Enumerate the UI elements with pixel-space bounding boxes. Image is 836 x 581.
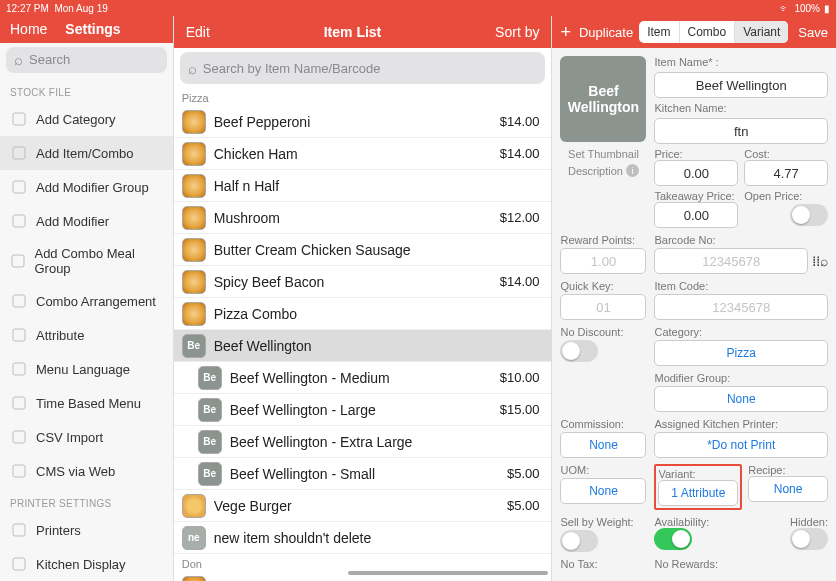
- availability-toggle[interactable]: [654, 528, 692, 550]
- kitchen-name-input[interactable]: ftn: [654, 118, 828, 144]
- search-icon: [188, 60, 197, 77]
- sidebar-item[interactable]: Attribute: [0, 318, 173, 352]
- item-row[interactable]: Pizza Combo: [174, 298, 552, 330]
- item-row[interactable]: BeBeef Wellington - Extra Large: [174, 426, 552, 458]
- item-thumbnail[interactable]: Beef Wellington: [560, 56, 646, 142]
- sellweight-toggle[interactable]: [560, 530, 598, 552]
- sidebar-item[interactable]: Printers: [0, 513, 173, 547]
- reward-input[interactable]: 1.00: [560, 248, 646, 274]
- item-row[interactable]: Mushroom$12.00: [174, 202, 552, 234]
- uom-select[interactable]: None: [560, 478, 646, 504]
- item-thumb: [182, 302, 206, 326]
- sidebar-item[interactable]: Add Modifier: [0, 204, 173, 238]
- kitchen-name-label: Kitchen Name:: [654, 102, 828, 114]
- item-price: $12.00: [500, 210, 540, 225]
- variant-select[interactable]: 1 Attribute: [658, 480, 738, 506]
- edit-button[interactable]: Edit: [186, 24, 210, 40]
- barcode-input[interactable]: 12345678: [654, 248, 808, 274]
- seg-item[interactable]: Item: [639, 21, 679, 43]
- sidebar-item[interactable]: CMS via Web: [0, 454, 173, 488]
- category-select[interactable]: Pizza: [654, 340, 828, 366]
- item-name: Beef Wellington - Large: [230, 402, 492, 418]
- item-type-segment[interactable]: Item Combo Variant: [639, 21, 788, 43]
- sidebar-search[interactable]: Search: [6, 47, 167, 74]
- item-price: $10.00: [500, 370, 540, 385]
- sidebar-item-label: Add Combo Meal Group: [34, 246, 162, 276]
- item-name: Pizza Combo: [214, 306, 532, 322]
- sidebar-item[interactable]: Add Category: [0, 102, 173, 136]
- takeaway-input[interactable]: 0.00: [654, 202, 738, 228]
- sidebar-item[interactable]: Time Based Menu: [0, 386, 173, 420]
- item-row[interactable]: BeBeef Wellington - Large$15.00: [174, 394, 552, 426]
- item-list-title: Item List: [210, 24, 495, 40]
- item-row[interactable]: Vege Burger$5.00: [174, 490, 552, 522]
- sidebar-search-placeholder: Search: [29, 52, 70, 67]
- sidebar-icon: [10, 292, 28, 310]
- item-price: $14.00: [500, 274, 540, 289]
- nodiscount-label: No Discount:: [560, 326, 646, 338]
- sidebar-icon: [10, 212, 28, 230]
- modgroup-label: Modifier Group:: [654, 372, 828, 384]
- item-row[interactable]: Butter Cream Chicken Sausage: [174, 234, 552, 266]
- sidebar-icon: [10, 462, 28, 480]
- printer-select[interactable]: *Do not Print: [654, 432, 828, 458]
- sort-button[interactable]: Sort by: [495, 24, 539, 40]
- home-button[interactable]: Home: [10, 21, 47, 37]
- sidebar-item[interactable]: Add Modifier Group: [0, 170, 173, 204]
- group-pizza: Pizza: [174, 88, 552, 106]
- nodiscount-toggle[interactable]: [560, 340, 598, 362]
- save-button[interactable]: Save: [798, 25, 828, 40]
- item-name: Beef Pepperoni: [214, 114, 492, 130]
- item-name-input[interactable]: Beef Wellington: [654, 72, 828, 98]
- item-row[interactable]: BeBeef Wellington - Medium$10.00: [174, 362, 552, 394]
- item-row[interactable]: Spicy Beef Bacon$14.00: [174, 266, 552, 298]
- price-input[interactable]: 0.00: [654, 160, 738, 186]
- description-button[interactable]: Description i: [560, 164, 646, 177]
- item-row[interactable]: Half n Half: [174, 170, 552, 202]
- plus-icon[interactable]: +: [560, 22, 571, 43]
- hidden-toggle[interactable]: [790, 528, 828, 550]
- recipe-select[interactable]: None: [748, 476, 828, 502]
- sidebar-item[interactable]: Add Combo Meal Group: [0, 238, 173, 284]
- item-row[interactable]: nenew item shouldn't delete: [174, 522, 552, 554]
- item-row[interactable]: BeBeef Wellington - Small$5.00: [174, 458, 552, 490]
- sidebar-icon: [10, 428, 28, 446]
- sidebar-item[interactable]: Add Item/Combo: [0, 136, 173, 170]
- item-name: new item shouldn't delete: [214, 530, 532, 546]
- duplicate-button[interactable]: Duplicate: [579, 25, 633, 40]
- sidebar-item[interactable]: Kitchen Display: [0, 547, 173, 581]
- info-icon: i: [626, 164, 639, 177]
- item-price: $5.00: [507, 498, 540, 513]
- reward-label: Reward Points:: [560, 234, 646, 246]
- item-row[interactable]: BeBeef Wellington: [174, 330, 552, 362]
- commission-select[interactable]: None: [560, 432, 646, 458]
- item-thumb: [182, 142, 206, 166]
- item-row[interactable]: Beef Pepperoni$14.00: [174, 106, 552, 138]
- svg-rect-8: [13, 397, 25, 409]
- item-name: Butter Cream Chicken Sausage: [214, 242, 532, 258]
- item-search[interactable]: Search by Item Name/Barcode: [180, 52, 546, 84]
- svg-rect-1: [13, 147, 25, 159]
- sidebar-item[interactable]: CSV Import: [0, 420, 173, 454]
- cost-input[interactable]: 4.77: [744, 160, 828, 186]
- hidden-label: Hidden:: [744, 516, 828, 528]
- itemcode-input[interactable]: 12345678: [654, 294, 828, 320]
- seg-combo[interactable]: Combo: [680, 21, 736, 43]
- sidebar-item[interactable]: Menu Language: [0, 352, 173, 386]
- sidebar-icon: [10, 252, 26, 270]
- item-thumb: [182, 270, 206, 294]
- item-name: Vege Burger: [214, 498, 499, 514]
- item-price: $14.00: [500, 114, 540, 129]
- seg-variant[interactable]: Variant: [735, 21, 788, 43]
- sidebar-item-label: Time Based Menu: [36, 396, 141, 411]
- svg-rect-12: [13, 558, 25, 570]
- item-row[interactable]: Chicken Ham$14.00: [174, 138, 552, 170]
- section-printer-settings: PRINTER SETTINGS: [0, 488, 173, 513]
- quickkey-input[interactable]: 01: [560, 294, 646, 320]
- modgroup-select[interactable]: None: [654, 386, 828, 412]
- sidebar-icon: [10, 521, 28, 539]
- openprice-toggle[interactable]: [790, 204, 828, 226]
- barcode-scan-icon[interactable]: ⁞⁞⌕: [812, 253, 828, 269]
- set-thumbnail-button[interactable]: Set Thumbnail: [560, 148, 646, 160]
- sidebar-item[interactable]: Combo Arrangement: [0, 284, 173, 318]
